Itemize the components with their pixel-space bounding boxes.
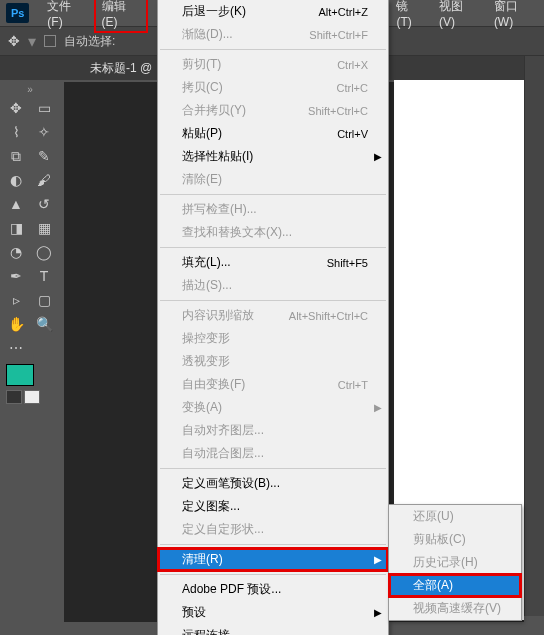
menu-item-label: 定义图案... [182,498,240,515]
zoom-tool[interactable]: 🔍 [30,312,58,336]
shape-tool[interactable]: ▢ [30,288,58,312]
menu-item-label: 视频高速缓存(V) [413,600,501,617]
submenu-arrow-icon: ▶ [374,554,382,565]
menu-item-label: 填充(L)... [182,254,231,271]
wand-tool[interactable]: ✧ [30,120,58,144]
menu-item: 渐隐(D)...Shift+Ctrl+F [158,23,388,46]
menu-item[interactable]: 粘贴(P)Ctrl+V [158,122,388,145]
menu-item-label: 渐隐(D)... [182,26,233,43]
menu-item: 定义自定形状... [158,518,388,541]
menu-item[interactable]: 填充(L)...Shift+F5 [158,251,388,274]
menu-item: 自动对齐图层... [158,419,388,442]
menu-item: 操控变形 [158,327,388,350]
menu-item-label: 清理(R) [182,551,223,568]
menu-item-label: 定义画笔预设(B)... [182,475,280,492]
menu-item-label: 自由变换(F) [182,376,245,393]
eyedropper-tool[interactable]: ✎ [30,144,58,168]
dodge-tool[interactable]: ◯ [30,240,58,264]
menu-item[interactable]: 后退一步(K)Alt+Ctrl+Z [158,0,388,23]
menu-item[interactable]: 全部(A) [389,574,521,597]
path-tool[interactable]: ▹ [2,288,30,312]
type-tool[interactable]: T [30,264,58,288]
menu-item-label: 选择性粘贴(I) [182,148,253,165]
menu-item: 剪切(T)Ctrl+X [158,53,388,76]
menu-shortcut: Shift+Ctrl+C [308,105,368,117]
move-tool[interactable]: ✥ [2,96,30,120]
move-tool-icon: ✥ [8,33,20,49]
menu-separator [160,194,386,195]
color-swatches [2,360,58,408]
menu-item: 描边(S)... [158,274,388,297]
marquee-tool[interactable]: ▭ [30,96,58,120]
menu-shortcut: Shift+F5 [327,257,368,269]
menu-item-label: 查找和替换文本(X)... [182,224,292,241]
menu-item-label: 描边(S)... [182,277,232,294]
history-brush-tool[interactable]: ↺ [30,192,58,216]
extra-tool[interactable]: ⋯ [2,336,30,360]
menu-shortcut: Ctrl+X [337,59,368,71]
menu-shortcut: Alt+Ctrl+Z [318,6,368,18]
menu-shortcut: Alt+Shift+Ctrl+C [289,310,368,322]
menu-item: 拼写检查(H)... [158,198,388,221]
mini-swatch-2[interactable] [24,390,40,404]
menu-separator [160,574,386,575]
auto-select-checkbox[interactable] [44,35,56,47]
menu-file[interactable]: 文件(F) [39,0,93,33]
menu-item-label: 后退一步(K) [182,3,246,20]
menu-item: 透视变形 [158,350,388,373]
menu-item-label: 预设 [182,604,206,621]
pen-tool[interactable]: ✒ [2,264,30,288]
menu-item-label: 定义自定形状... [182,521,264,538]
menu-view[interactable]: 视图(V) [431,0,486,33]
menu-window[interactable]: 窗口(W) [486,0,544,33]
submenu-arrow-icon: ▶ [374,607,382,618]
menu-item-label: 拷贝(C) [182,79,223,96]
menu-item: 合并拷贝(Y)Shift+Ctrl+C [158,99,388,122]
toolbox-expand[interactable]: » [2,84,58,96]
brush-tool[interactable]: 🖌 [30,168,58,192]
menu-item-label: 还原(U) [413,508,454,525]
menu-item: 视频高速缓存(V) [389,597,521,620]
menu-item-label: 内容识别缩放 [182,307,254,324]
menu-item: 自由变换(F)Ctrl+T [158,373,388,396]
menu-item: 剪贴板(C) [389,528,521,551]
foreground-swatch[interactable] [6,364,34,386]
menu-item-label: 剪切(T) [182,56,221,73]
menu-separator [160,544,386,545]
clear-submenu: 还原(U)剪贴板(C)历史记录(H)全部(A)视频高速缓存(V) [388,504,522,621]
menu-shortcut: Ctrl+V [337,128,368,140]
eraser-tool[interactable]: ◨ [2,216,30,240]
menu-shortcut: Ctrl+C [337,82,368,94]
menu-item-label: 远程连接... [182,627,240,635]
panels-strip[interactable] [524,56,544,616]
gradient-tool[interactable]: ▦ [30,216,58,240]
menu-item-label: 自动混合图层... [182,445,264,462]
stamp-tool[interactable]: ▲ [2,192,30,216]
crop-tool[interactable]: ⧉ [2,144,30,168]
menu-item-label: Adobe PDF 预设... [182,581,281,598]
menu-shortcut: Shift+Ctrl+F [309,29,368,41]
menu-shortcut: Ctrl+T [338,379,368,391]
lasso-tool[interactable]: ⌇ [2,120,30,144]
menu-item[interactable]: 清理(R)▶ [158,548,388,571]
menu-filter[interactable]: 镜(T) [388,0,431,33]
menu-separator [160,300,386,301]
menu-item-label: 透视变形 [182,353,230,370]
menu-item[interactable]: 选择性粘贴(I)▶ [158,145,388,168]
blur-tool[interactable]: ◔ [2,240,30,264]
ps-logo: Ps [6,3,29,23]
hand-tool[interactable]: ✋ [2,312,30,336]
menu-item-label: 全部(A) [413,577,453,594]
menu-item[interactable]: 定义画笔预设(B)... [158,472,388,495]
menu-item-label: 剪贴板(C) [413,531,466,548]
heal-tool[interactable]: ◐ [2,168,30,192]
document-tab[interactable]: 未标题-1 @ [80,56,162,81]
menu-item[interactable]: 远程连接... [158,624,388,635]
menu-item[interactable]: 预设▶ [158,601,388,624]
menu-edit[interactable]: 编辑(E) [94,0,149,33]
menu-item[interactable]: Adobe PDF 预设... [158,578,388,601]
submenu-arrow-icon: ▶ [374,402,382,413]
menu-item-label: 粘贴(P) [182,125,222,142]
mini-swatch-1[interactable] [6,390,22,404]
menu-item[interactable]: 定义图案... [158,495,388,518]
